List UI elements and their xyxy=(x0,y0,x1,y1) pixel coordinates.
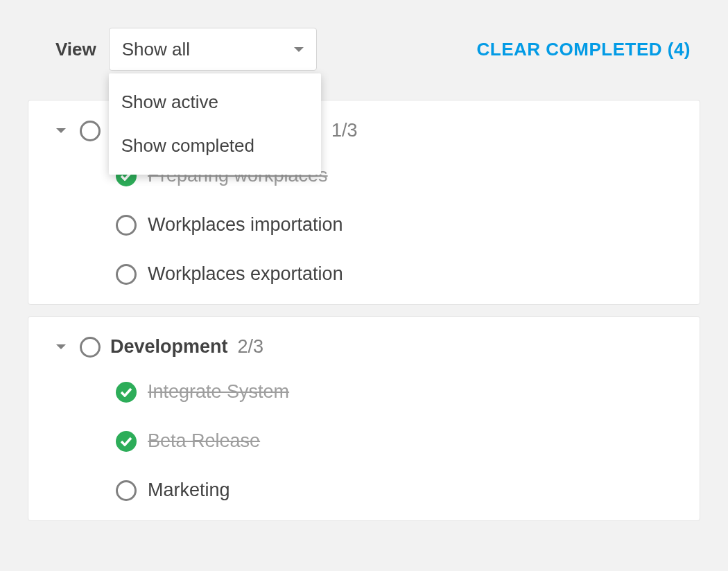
select-option-completed[interactable]: Show completed xyxy=(109,124,321,168)
checkbox-unchecked-icon[interactable] xyxy=(116,264,137,285)
group-card: Development 2/3 Integrate System Beta Re… xyxy=(28,316,700,521)
view-select[interactable]: Show all Show active Show completed xyxy=(109,28,317,71)
task-label: Workplaces exportation xyxy=(148,263,343,285)
task-item: Integrate System xyxy=(116,381,679,403)
checkbox-checked-icon[interactable] xyxy=(116,431,137,452)
group-checkbox[interactable] xyxy=(80,337,101,358)
checkbox-unchecked-icon[interactable] xyxy=(116,215,137,236)
select-dropdown: Show active Show completed xyxy=(109,73,321,175)
task-label: Workplaces importation xyxy=(148,214,343,236)
view-label: View xyxy=(55,39,96,60)
toolbar: View Show all Show active Show completed… xyxy=(28,28,700,71)
task-label: Marketing xyxy=(148,480,230,501)
task-item: Marketing xyxy=(116,480,679,501)
collapse-icon[interactable] xyxy=(56,344,66,349)
group-count: 1/3 xyxy=(331,120,358,141)
select-display[interactable]: Show all xyxy=(109,28,317,71)
chevron-down-icon xyxy=(294,47,304,52)
collapse-icon[interactable] xyxy=(56,128,66,133)
task-list: Integrate System Beta Release Marketing xyxy=(56,381,679,501)
task-list: Preparing workplaces Workplaces importat… xyxy=(56,165,679,285)
checkbox-checked-icon[interactable] xyxy=(116,382,137,403)
group-count: 2/3 xyxy=(238,336,264,358)
checkbox-unchecked-icon[interactable] xyxy=(116,480,137,501)
task-item: Beta Release xyxy=(116,430,679,452)
clear-completed-button[interactable]: CLEAR COMPLETED (4) xyxy=(477,39,698,60)
group-header: Development 2/3 xyxy=(56,336,679,358)
task-label: Beta Release xyxy=(148,430,260,452)
task-label: Integrate System xyxy=(148,381,289,403)
group-checkbox[interactable] xyxy=(80,121,101,141)
select-option-active[interactable]: Show active xyxy=(109,80,321,124)
toolbar-left: View Show all Show active Show completed xyxy=(55,28,317,71)
task-item: Workplaces exportation xyxy=(116,263,679,285)
select-value: Show all xyxy=(122,39,190,60)
group-title: Development xyxy=(110,336,228,358)
task-item: Workplaces importation xyxy=(116,214,679,236)
